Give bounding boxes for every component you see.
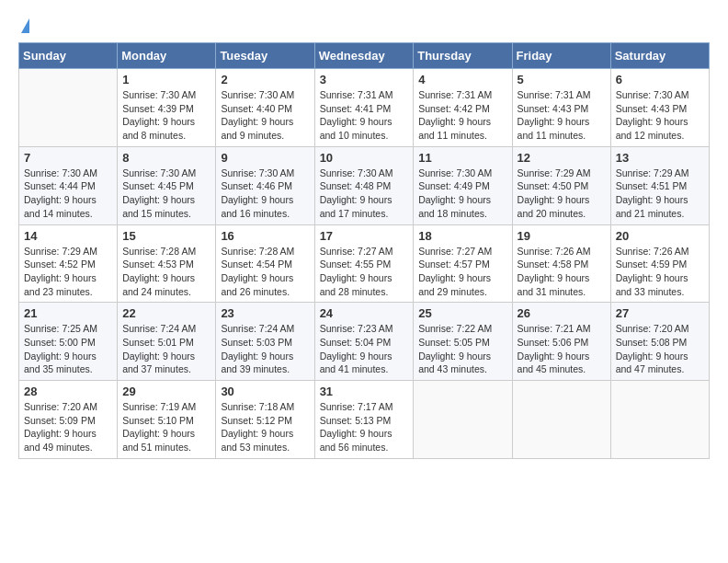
calendar-cell: 8Sunrise: 7:30 AM Sunset: 4:45 PM Daylig… xyxy=(118,146,216,224)
calendar-cell: 14Sunrise: 7:29 AM Sunset: 4:52 PM Dayli… xyxy=(19,224,118,303)
calendar-week-row: 28Sunrise: 7:20 AM Sunset: 5:09 PM Dayli… xyxy=(19,381,710,459)
calendar-cell: 29Sunrise: 7:19 AM Sunset: 5:10 PM Dayli… xyxy=(118,381,216,459)
day-info: Sunrise: 7:30 AM Sunset: 4:44 PM Dayligh… xyxy=(24,167,112,221)
day-info: Sunrise: 7:25 AM Sunset: 5:00 PM Dayligh… xyxy=(24,322,112,376)
day-number: 24 xyxy=(320,306,409,320)
calendar-cell: 2Sunrise: 7:30 AM Sunset: 4:40 PM Daylig… xyxy=(216,69,314,147)
calendar-cell: 17Sunrise: 7:27 AM Sunset: 4:55 PM Dayli… xyxy=(314,224,414,303)
calendar-cell: 18Sunrise: 7:27 AM Sunset: 4:57 PM Dayli… xyxy=(414,224,512,303)
day-number: 11 xyxy=(418,151,506,165)
day-info: Sunrise: 7:29 AM Sunset: 4:50 PM Dayligh… xyxy=(518,167,606,221)
weekday-header-tuesday: Tuesday xyxy=(216,43,314,69)
day-number: 30 xyxy=(221,385,309,398)
calendar-cell: 7Sunrise: 7:30 AM Sunset: 4:44 PM Daylig… xyxy=(19,146,118,224)
weekday-header-wednesday: Wednesday xyxy=(314,43,414,69)
weekday-header-saturday: Saturday xyxy=(610,43,709,69)
calendar-week-row: 7Sunrise: 7:30 AM Sunset: 4:44 PM Daylig… xyxy=(19,146,710,224)
calendar-cell xyxy=(19,69,118,147)
calendar-cell: 15Sunrise: 7:28 AM Sunset: 4:53 PM Dayli… xyxy=(118,224,216,303)
day-number: 26 xyxy=(518,306,606,320)
weekday-header-thursday: Thursday xyxy=(414,43,512,69)
day-number: 25 xyxy=(418,306,506,320)
day-number: 21 xyxy=(24,306,112,320)
day-info: Sunrise: 7:21 AM Sunset: 5:06 PM Dayligh… xyxy=(518,322,606,376)
day-number: 10 xyxy=(320,151,409,165)
day-number: 5 xyxy=(518,73,606,86)
day-number: 23 xyxy=(221,306,309,320)
day-number: 27 xyxy=(616,306,704,320)
calendar-cell: 11Sunrise: 7:30 AM Sunset: 4:49 PM Dayli… xyxy=(414,146,512,224)
day-info: Sunrise: 7:18 AM Sunset: 5:12 PM Dayligh… xyxy=(221,400,309,454)
day-info: Sunrise: 7:22 AM Sunset: 5:05 PM Dayligh… xyxy=(418,322,506,376)
calendar-cell: 27Sunrise: 7:20 AM Sunset: 5:08 PM Dayli… xyxy=(610,303,709,381)
calendar-cell: 24Sunrise: 7:23 AM Sunset: 5:04 PM Dayli… xyxy=(314,303,414,381)
calendar-cell: 1Sunrise: 7:30 AM Sunset: 4:39 PM Daylig… xyxy=(118,69,216,147)
calendar-cell: 22Sunrise: 7:24 AM Sunset: 5:01 PM Dayli… xyxy=(118,303,216,381)
day-info: Sunrise: 7:17 AM Sunset: 5:13 PM Dayligh… xyxy=(320,400,409,454)
calendar-cell: 31Sunrise: 7:17 AM Sunset: 5:13 PM Dayli… xyxy=(314,381,414,459)
day-info: Sunrise: 7:20 AM Sunset: 5:09 PM Dayligh… xyxy=(24,400,112,454)
calendar-cell: 30Sunrise: 7:18 AM Sunset: 5:12 PM Dayli… xyxy=(216,381,314,459)
day-info: Sunrise: 7:29 AM Sunset: 4:51 PM Dayligh… xyxy=(616,167,704,221)
calendar-header-row: SundayMondayTuesdayWednesdayThursdayFrid… xyxy=(19,43,710,69)
calendar-table: SundayMondayTuesdayWednesdayThursdayFrid… xyxy=(18,42,710,459)
day-number: 13 xyxy=(616,151,704,165)
calendar-week-row: 14Sunrise: 7:29 AM Sunset: 4:52 PM Dayli… xyxy=(19,224,710,303)
calendar-cell: 21Sunrise: 7:25 AM Sunset: 5:00 PM Dayli… xyxy=(19,303,118,381)
page-header xyxy=(18,18,710,33)
day-info: Sunrise: 7:30 AM Sunset: 4:45 PM Dayligh… xyxy=(122,167,210,221)
calendar-cell: 26Sunrise: 7:21 AM Sunset: 5:06 PM Dayli… xyxy=(512,303,610,381)
calendar-cell: 20Sunrise: 7:26 AM Sunset: 4:59 PM Dayli… xyxy=(610,224,709,303)
calendar-cell: 6Sunrise: 7:30 AM Sunset: 4:43 PM Daylig… xyxy=(610,69,709,147)
day-number: 31 xyxy=(320,385,409,398)
calendar-cell: 28Sunrise: 7:20 AM Sunset: 5:09 PM Dayli… xyxy=(19,381,118,459)
calendar-cell: 19Sunrise: 7:26 AM Sunset: 4:58 PM Dayli… xyxy=(512,224,610,303)
calendar-cell xyxy=(414,381,512,459)
day-info: Sunrise: 7:30 AM Sunset: 4:39 PM Dayligh… xyxy=(122,88,210,143)
day-number: 28 xyxy=(24,385,112,398)
day-info: Sunrise: 7:30 AM Sunset: 4:48 PM Dayligh… xyxy=(320,167,409,221)
calendar-cell: 9Sunrise: 7:30 AM Sunset: 4:46 PM Daylig… xyxy=(216,146,314,224)
calendar-cell: 25Sunrise: 7:22 AM Sunset: 5:05 PM Dayli… xyxy=(414,303,512,381)
calendar-cell: 12Sunrise: 7:29 AM Sunset: 4:50 PM Dayli… xyxy=(512,146,610,224)
day-info: Sunrise: 7:23 AM Sunset: 5:04 PM Dayligh… xyxy=(320,322,409,376)
day-info: Sunrise: 7:27 AM Sunset: 4:55 PM Dayligh… xyxy=(320,245,409,299)
calendar-week-row: 1Sunrise: 7:30 AM Sunset: 4:39 PM Daylig… xyxy=(19,69,710,147)
calendar-cell: 13Sunrise: 7:29 AM Sunset: 4:51 PM Dayli… xyxy=(610,146,709,224)
day-number: 8 xyxy=(122,151,210,165)
day-info: Sunrise: 7:27 AM Sunset: 4:57 PM Dayligh… xyxy=(418,245,506,299)
day-info: Sunrise: 7:30 AM Sunset: 4:46 PM Dayligh… xyxy=(221,167,309,221)
day-number: 14 xyxy=(24,229,112,243)
day-number: 12 xyxy=(518,151,606,165)
day-number: 29 xyxy=(122,385,210,398)
calendar-cell xyxy=(610,381,709,459)
day-number: 16 xyxy=(221,229,309,243)
calendar-cell: 5Sunrise: 7:31 AM Sunset: 4:43 PM Daylig… xyxy=(512,69,610,147)
day-info: Sunrise: 7:26 AM Sunset: 4:58 PM Dayligh… xyxy=(518,245,606,299)
day-info: Sunrise: 7:24 AM Sunset: 5:01 PM Dayligh… xyxy=(122,322,210,376)
day-info: Sunrise: 7:31 AM Sunset: 4:43 PM Dayligh… xyxy=(518,88,606,143)
weekday-header-friday: Friday xyxy=(512,43,610,69)
day-info: Sunrise: 7:19 AM Sunset: 5:10 PM Dayligh… xyxy=(122,400,210,454)
calendar-cell xyxy=(512,381,610,459)
calendar-week-row: 21Sunrise: 7:25 AM Sunset: 5:00 PM Dayli… xyxy=(19,303,710,381)
calendar-cell: 3Sunrise: 7:31 AM Sunset: 4:41 PM Daylig… xyxy=(314,69,414,147)
day-number: 1 xyxy=(122,73,210,86)
day-info: Sunrise: 7:31 AM Sunset: 4:42 PM Dayligh… xyxy=(418,88,506,143)
day-info: Sunrise: 7:24 AM Sunset: 5:03 PM Dayligh… xyxy=(221,322,309,376)
calendar-cell: 10Sunrise: 7:30 AM Sunset: 4:48 PM Dayli… xyxy=(314,146,414,224)
day-number: 9 xyxy=(221,151,309,165)
day-number: 7 xyxy=(24,151,112,165)
day-number: 22 xyxy=(122,306,210,320)
weekday-header-sunday: Sunday xyxy=(19,43,118,69)
day-number: 15 xyxy=(122,229,210,243)
day-number: 2 xyxy=(221,73,309,86)
day-number: 3 xyxy=(320,73,409,86)
day-number: 6 xyxy=(616,73,704,86)
day-number: 18 xyxy=(418,229,506,243)
calendar-cell: 16Sunrise: 7:28 AM Sunset: 4:54 PM Dayli… xyxy=(216,224,314,303)
day-number: 4 xyxy=(418,73,506,86)
day-info: Sunrise: 7:20 AM Sunset: 5:08 PM Dayligh… xyxy=(616,322,704,376)
day-number: 17 xyxy=(320,229,409,243)
day-number: 20 xyxy=(616,229,704,243)
